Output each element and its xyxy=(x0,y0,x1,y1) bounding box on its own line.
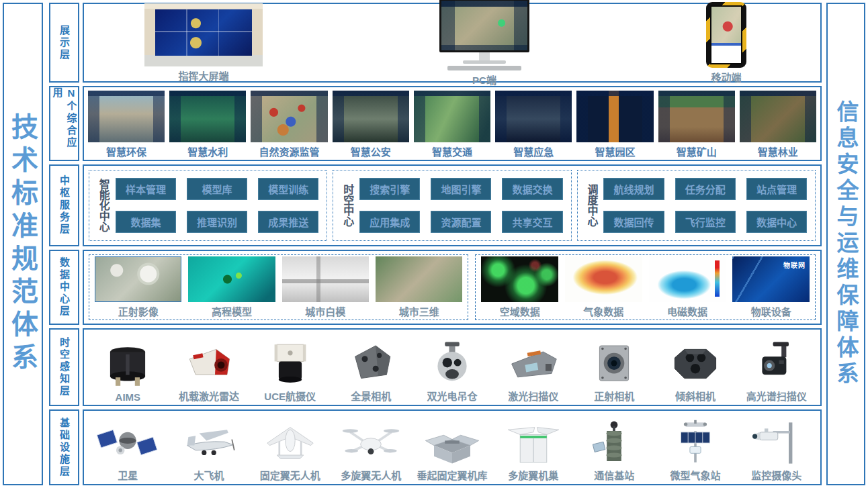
chip-task-assignment: 任务分配 xyxy=(675,178,736,200)
tech-standards-pillar: 技术标准规范体系 xyxy=(3,3,43,485)
caption: 激光扫描仪 xyxy=(508,389,558,403)
data-white-model: 城市白模 xyxy=(282,256,369,318)
white-model-image xyxy=(282,256,369,302)
chip-search-engine: 搜索引擎 xyxy=(359,178,420,200)
data-electromagnetic: 电磁数据 xyxy=(649,256,726,318)
airborne-lidar-icon xyxy=(177,340,241,388)
spatiotemporal-center-group: 时空中心 搜索引擎 地图引擎 数据交换 应用集成 资源配置 共享交互 xyxy=(333,170,571,241)
oblique-camera-icon xyxy=(663,340,728,388)
chip-flight-monitoring: 飞行监控 xyxy=(675,211,736,233)
layer-label-display: 展示层 xyxy=(49,3,79,83)
aims-icon xyxy=(95,342,160,391)
micro-weather-station-icon xyxy=(663,419,728,467)
group-name: 智能化中心 xyxy=(97,179,109,232)
caption: 空域数据 xyxy=(500,304,540,318)
app-smart-traffic: 智慧交通 xyxy=(414,91,490,158)
chip-model-training: 模型训练 xyxy=(258,178,318,200)
fixed-wing-uav-icon xyxy=(258,419,322,467)
caption: 自然资源监管 xyxy=(259,144,320,158)
ai-center-group: 智能化中心 样本管理 模型库 模型训练 数据集 推理识别 成果推送 xyxy=(89,170,327,241)
sensor-oblique-camera: 倾斜相机 xyxy=(657,334,734,403)
city-3d-image xyxy=(376,256,462,302)
geodata-group: 正射影像 高程模型 城市白模 城市三维 xyxy=(89,254,468,320)
infra-multirotor-nest: 多旋翼机巢 xyxy=(494,415,572,482)
data-city-3d: 城市三维 xyxy=(376,256,462,318)
display-layer-row: 展示层 指挥大屏端 PC端 移动端 xyxy=(49,3,822,83)
smart-mine-image xyxy=(658,91,735,142)
chip-site-management: 站点管理 xyxy=(746,178,807,200)
mobile-image xyxy=(706,2,746,68)
chip-app-integration: 应用集成 xyxy=(359,211,420,233)
hyperspectral-scanner-icon xyxy=(744,340,809,388)
group-name: 调度中心 xyxy=(586,184,597,227)
surveillance-camera-icon xyxy=(744,419,809,467)
smart-environment-image xyxy=(88,91,165,142)
caption: 高光谱扫描仪 xyxy=(746,389,807,403)
data-dem: 高程模型 xyxy=(188,256,275,318)
infra-micro-weather-station: 微型气象站 xyxy=(657,415,734,482)
chip-route-planning: 航线规划 xyxy=(603,178,664,200)
caption: 正射影像 xyxy=(118,304,159,318)
data-ortho: 正射影像 xyxy=(95,256,181,318)
chip-data-exchange: 数据交换 xyxy=(502,178,562,200)
layer-label-applications: N个综合应用 xyxy=(49,86,79,161)
panoramic-camera-icon xyxy=(339,340,403,388)
caption: 物联设备 xyxy=(751,304,791,318)
data-weather: 气象数据 xyxy=(565,256,642,318)
security-ops-pillar: 信息安全与运维保障体系 xyxy=(826,3,865,485)
laser-scanner-icon xyxy=(501,340,566,388)
caption: 电磁数据 xyxy=(667,304,707,318)
airspace-image xyxy=(481,256,558,302)
security-ops-title: 信息安全与运维保障体系 xyxy=(830,100,862,388)
caption: 智慧交通 xyxy=(432,144,472,158)
sensing-body: AIMS 机载激光雷达 xyxy=(83,328,822,406)
caption: 正射相机 xyxy=(594,389,634,403)
caption: 多旋翼机巢 xyxy=(508,468,558,482)
data-center-row: 数据中心层 正射影像 高程模型 xyxy=(49,250,822,325)
dispatch-center-group: 调度中心 航线规划 任务分配 站点管理 数据回传 飞行监控 数据中心 xyxy=(577,170,816,241)
sensor-airborne-lidar: 机载激光雷达 xyxy=(171,334,248,403)
app-smart-mine: 智慧矿山 xyxy=(658,91,735,158)
caption: 指挥大屏端 xyxy=(178,68,228,83)
caption: 监控摄像头 xyxy=(751,468,801,482)
ortho-image xyxy=(95,256,181,302)
caption: 智慧环保 xyxy=(106,144,146,158)
display-layer-body: 指挥大屏端 PC端 移动端 xyxy=(83,3,822,83)
infra-fixed-wing-uav: 固定翼无人机 xyxy=(251,415,329,482)
smart-police-image xyxy=(333,91,409,142)
infra-satellite: 卫星 xyxy=(89,415,167,482)
comm-base-station-icon xyxy=(582,419,646,467)
caption: 微型气象站 xyxy=(670,468,721,482)
chip-sharing: 共享交互 xyxy=(502,211,562,233)
caption: 多旋翼无人机 xyxy=(341,468,401,482)
infra-large-aircraft: 大飞机 xyxy=(171,415,248,482)
infra-comm-base-station: 通信基站 xyxy=(576,415,653,482)
app-smart-police: 智慧公安 xyxy=(333,91,409,158)
caption: 移动端 xyxy=(711,70,741,84)
caption: 高程模型 xyxy=(212,304,252,318)
layer-label-sensing: 时空感知层 xyxy=(49,328,79,406)
caption: AIMS xyxy=(116,391,141,403)
caption: 城市三维 xyxy=(399,304,439,318)
caption: 智慧林业 xyxy=(758,144,798,158)
multirotor-uav-icon xyxy=(339,419,403,467)
smart-water-image xyxy=(169,91,246,142)
sensor-aims: AIMS xyxy=(89,334,167,403)
layer-rows: 展示层 指挥大屏端 PC端 移动端 xyxy=(49,3,822,485)
sensing-row: 时空感知层 AIMS xyxy=(49,328,822,406)
ortho-camera-icon xyxy=(582,340,646,388)
app-smart-water: 智慧水利 xyxy=(169,91,246,158)
caption: 气象数据 xyxy=(583,304,623,318)
chip-inference: 推理识别 xyxy=(187,211,247,233)
tech-standards-title: 技术标准规范体系 xyxy=(3,113,42,376)
services-body: 智能化中心 样本管理 模型库 模型训练 数据集 推理识别 成果推送 时空中心 xyxy=(83,164,822,246)
sensor-dual-light-gimbal: 双光电吊仓 xyxy=(414,334,491,403)
weather-image xyxy=(565,256,642,302)
sensor-hyperspectral-scanner: 高光谱扫描仪 xyxy=(738,334,815,403)
uce-camera-icon xyxy=(258,340,322,388)
app-smart-forestry: 智慧林业 xyxy=(740,91,816,158)
pc-image xyxy=(439,0,529,70)
chip-resource-config: 资源配置 xyxy=(431,211,491,233)
pc-terminal: PC端 xyxy=(439,0,529,87)
infrastructure-row: 基础设施层 卫星 xyxy=(49,409,822,485)
